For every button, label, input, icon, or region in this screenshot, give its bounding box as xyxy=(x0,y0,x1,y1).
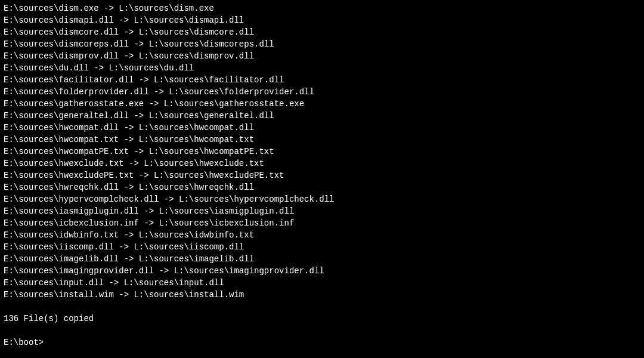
output-line: E:\sources\hwcompatPE.txt -> L:\sources\… xyxy=(4,146,640,158)
output-line: E:\sources\folderprovider.dll -> L:\sour… xyxy=(4,86,640,98)
output-line: E:\sources\gatherosstate.exe -> L:\sourc… xyxy=(4,98,640,110)
command-prompt-line[interactable]: E:\boot> xyxy=(4,337,640,348)
output-line: E:\sources\hypervcomplcheck.dll -> L:\so… xyxy=(4,193,640,205)
output-line: E:\sources\install.wim -> L:\sources\ins… xyxy=(4,289,640,301)
output-line: E:\sources\dismapi.dll -> L:\sources\dis… xyxy=(4,14,640,26)
terminal-output: E:\sources\dism.exe -> L:\sources\dism.e… xyxy=(4,2,640,301)
output-line: E:\sources\iasmigplugin.dll -> L:\source… xyxy=(4,205,640,217)
output-line: E:\sources\dismprov.dll -> L:\sources\di… xyxy=(4,50,640,62)
output-line: E:\sources\du.dll -> L:\sources\du.dll xyxy=(4,62,640,74)
command-input-area[interactable] xyxy=(44,337,640,348)
output-line: E:\sources\generaltel.dll -> L:\sources\… xyxy=(4,110,640,122)
blank-line xyxy=(4,325,640,337)
output-line: E:\sources\dismcore.dll -> L:\sources\di… xyxy=(4,26,640,38)
output-line: E:\sources\dismcoreps.dll -> L:\sources\… xyxy=(4,38,640,50)
output-line: E:\sources\hwexclude.txt -> L:\sources\h… xyxy=(4,158,640,169)
output-line: E:\sources\imagingprovider.dll -> L:\sou… xyxy=(4,265,640,277)
output-line: E:\sources\hwexcludePE.txt -> L:\sources… xyxy=(4,169,640,181)
output-line: E:\sources\icbexclusion.inf -> L:\source… xyxy=(4,217,640,229)
output-line: E:\sources\dism.exe -> L:\sources\dism.e… xyxy=(4,2,640,14)
output-line: E:\sources\facilitator.dll -> L:\sources… xyxy=(4,74,640,86)
output-line: E:\sources\hwcompat.txt -> L:\sources\hw… xyxy=(4,134,640,146)
output-line: E:\sources\hwreqchk.dll -> L:\sources\hw… xyxy=(4,181,640,193)
output-line: E:\sources\hwcompat.dll -> L:\sources\hw… xyxy=(4,122,640,134)
output-line: E:\sources\input.dll -> L:\sources\input… xyxy=(4,277,640,289)
output-line: E:\sources\imagelib.dll -> L:\sources\im… xyxy=(4,253,640,265)
prompt-text: E:\boot> xyxy=(4,337,44,348)
copy-summary: 136 File(s) copied xyxy=(4,313,640,325)
blank-line xyxy=(4,301,640,313)
output-line: E:\sources\iiscomp.dll -> L:\sources\iis… xyxy=(4,241,640,253)
output-line: E:\sources\idwbinfo.txt -> L:\sources\id… xyxy=(4,229,640,241)
